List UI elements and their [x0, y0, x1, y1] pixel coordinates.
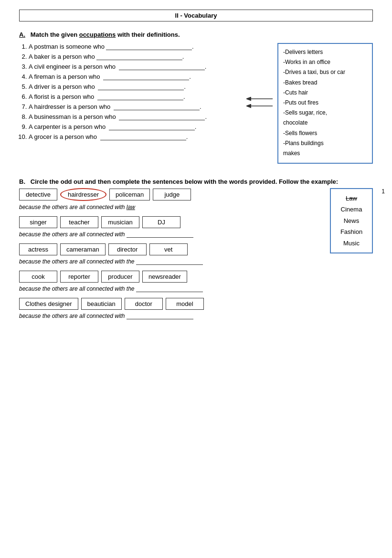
def-3: -Drives a taxi, bus or car [283, 68, 367, 77]
section-a-letter: A. [19, 31, 25, 38]
question-8: A businessman is a person who . [29, 113, 237, 120]
word-dj: DJ [142, 216, 180, 228]
page-title: II - Vocabulary [19, 10, 373, 21]
def-1: -Delivers letters [283, 48, 367, 57]
word-row-1: detective hairdresser policeman judge [19, 188, 323, 201]
question-4: A fireman is a person who . [29, 73, 237, 80]
question-3: A civil engineer is a person who . [29, 63, 237, 70]
word-hairdresser: hairdresser [60, 188, 106, 201]
def-7b: chocolate [283, 118, 367, 127]
word-reporter: reporter [60, 271, 98, 283]
def-5: -Cuts hair [283, 88, 367, 97]
definitions-box: -Delivers letters -Works in an office -D… [277, 43, 373, 164]
word-clothes-designer: Clothes designer [19, 298, 78, 310]
word-group-cinema: Cinema [337, 204, 366, 215]
word-group-fashion: Fashion [337, 226, 366, 237]
section-a-title: A. Match the given occupations with thei… [19, 31, 373, 38]
word-doctor: doctor [125, 298, 163, 310]
because-2: because the others are all connected wit… [19, 231, 323, 238]
def-2: -Works in an office [283, 58, 367, 67]
section-b-main: detective hairdresser policeman judge be… [19, 188, 373, 325]
because-1: because the others are all connected wit… [19, 204, 323, 211]
word-row-5: Clothes designer beautician doctor model [19, 298, 323, 310]
word-group-news: News [337, 215, 366, 226]
section-a-underline: occupations [79, 31, 116, 38]
word-director: director [108, 243, 147, 255]
word-newsreader: newsreader [142, 271, 187, 283]
question-5: A driver is a person who . [29, 83, 237, 90]
question-2: A baker is a person who. [29, 53, 237, 60]
word-group-music: Music [337, 238, 366, 249]
word-singer: singer [19, 216, 57, 228]
def-6: -Puts out fires [283, 98, 367, 107]
page-number: 1 [381, 188, 385, 195]
word-groups-box: Law Cinema News Fashion Music [330, 188, 373, 253]
def-4: -Bakes bread [283, 78, 367, 87]
word-musician: musician [101, 216, 139, 228]
word-model: model [166, 298, 204, 310]
word-row-4: cook reporter producer newsreader [19, 271, 323, 283]
word-row-3: actress cameraman director vet [19, 243, 323, 255]
because-5: because the others are all connected wit… [19, 313, 323, 319]
arrow-icon [246, 92, 275, 116]
word-judge: judge [153, 189, 191, 200]
question-1: A postman is someone who. [29, 43, 237, 50]
word-policeman: policeman [109, 189, 150, 200]
section-b: B. Circle the odd out and then complete … [19, 178, 373, 325]
because-4: because the others are all connected wit… [19, 285, 323, 292]
word-detective: detective [19, 189, 57, 200]
section-b-letter: B. [19, 178, 25, 185]
word-cameraman: cameraman [60, 243, 106, 255]
question-10: A grocer is a person who . [29, 133, 237, 140]
def-7: -Sells sugar, rice, [283, 108, 367, 117]
question-7: A hairdresser is a person who . [29, 103, 237, 110]
word-teacher: teacher [60, 216, 98, 228]
def-9: -Plans buildings [283, 139, 367, 148]
section-b-title: B. Circle the odd out and then complete … [19, 178, 373, 185]
def-10: makes [283, 149, 367, 158]
word-actress: actress [19, 243, 57, 255]
questions-list: A postman is someone who. A baker is a p… [19, 43, 246, 143]
questions-ol: A postman is someone who. A baker is a p… [19, 43, 237, 140]
def-8: -Sells flowers [283, 129, 367, 138]
word-beautician: beautician [81, 298, 122, 310]
section-a: A. Match the given occupations with thei… [19, 31, 373, 164]
word-group-law: Law [337, 193, 366, 204]
question-9: A carpenter is a person who . [29, 123, 237, 130]
section-b-content: detective hairdresser policeman judge be… [19, 188, 323, 325]
word-row-2: singer teacher musician DJ [19, 216, 323, 228]
word-vet: vet [149, 243, 188, 255]
word-producer: producer [101, 271, 139, 283]
because-3: because the others are all connected wit… [19, 258, 323, 265]
question-6: A florist is a person who . [29, 93, 237, 100]
word-cook: cook [19, 271, 57, 283]
